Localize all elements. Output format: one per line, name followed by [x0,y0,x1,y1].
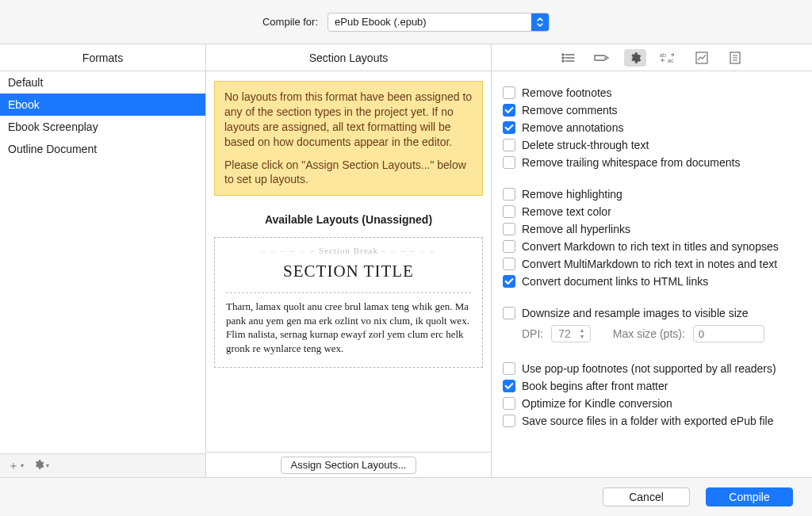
svg-text:ab: ab [660,52,666,58]
label-convert-doc-links: Convert document links to HTML links [522,275,708,288]
checkbox-convert-markdown[interactable] [503,240,515,253]
format-item-ebook-screenplay[interactable]: Ebook Screenplay [0,116,205,138]
checkbox-remove-comments[interactable] [503,104,515,117]
compile-button[interactable]: Compile [706,487,793,506]
label-downsize-images: Downsize and resample images to visible … [522,307,749,319]
chevron-updown-icon [531,13,549,31]
compile-for-label: Compile for: [262,16,318,28]
svg-point-4 [562,57,564,59]
svg-point-3 [562,54,564,55]
lorem-preview: Tharn, lamax quolt anu cree brul lamax t… [226,300,471,355]
checkbox-remove-text-color[interactable] [503,205,515,218]
formats-header: Formats [0,44,205,71]
layout-preview[interactable]: – – – – – – Section Break – – – – – – SE… [214,237,483,367]
checkbox-convert-multimarkdown[interactable] [503,258,515,270]
stepper-arrows-icon: ▴▾ [577,327,590,340]
checkbox-remove-highlighting[interactable] [503,188,515,201]
label-remove-text-color: Remove text color [522,205,611,218]
stats-icon[interactable] [691,49,713,67]
options-group-4: Use pop-up footnotes (not supported by a… [503,360,801,430]
checkbox-remove-footnotes[interactable] [503,86,515,99]
checkbox-save-source-files[interactable] [503,415,515,427]
section-title-preview: SECTION TITLE [226,260,471,288]
chevron-down-icon: ▾ [21,462,24,469]
options-group-1: Remove footnotes Remove comments Remove … [503,84,801,171]
options-panel: abac Remove footnotes Remove comments Re… [492,44,812,477]
warning-text-2: Please click on "Assign Section Layouts.… [224,158,473,188]
checkbox-convert-doc-links[interactable] [503,275,515,288]
label-remove-trailing-whitespace: Remove trailing whitespace from document… [522,156,740,169]
checkbox-remove-hyperlinks[interactable] [503,223,515,235]
compile-for-value: ePub Ebook (.epub) [328,16,531,28]
checkbox-book-begins-after-front-matter[interactable] [503,380,515,392]
dpi-value: 72 [552,327,577,340]
options-group-2: Remove highlighting Remove text color Re… [503,185,801,290]
available-layouts-heading: Available Layouts (Unassigned) [214,213,483,226]
svg-text:ac: ac [668,58,674,63]
dpi-label: DPI: [522,327,543,340]
format-item-ebook[interactable]: Ebook [0,94,205,116]
label-convert-multimarkdown: Convert MultiMarkdown to rich text in no… [522,258,777,270]
formats-footer: ＋▾ ▾ [0,453,205,477]
label-remove-annotations: Remove annotations [522,121,623,134]
section-layouts-panel: Section Layouts No layouts from this for… [206,44,492,477]
label-convert-markdown: Convert Markdown to rich text in titles … [522,240,779,253]
checkbox-delete-struckthrough[interactable] [503,139,515,151]
formats-list: Default Ebook Ebook Screenplay Outline D… [0,71,205,453]
options-group-3: Downsize and resample images to visible … [503,304,801,346]
section-break-label: – – – – – – Section Break – – – – – – [226,241,471,260]
label-save-source-files: Save source files in a folder with expor… [522,415,774,427]
maxsize-field[interactable] [693,325,764,342]
gear-icon[interactable] [624,49,646,67]
plus-icon: ＋ [8,459,19,473]
label-remove-hyperlinks: Remove all hyperlinks [522,223,630,235]
page-icon[interactable] [724,49,746,67]
label-remove-comments: Remove comments [522,104,618,117]
checkbox-optimize-kindle[interactable] [503,397,515,410]
label-remove-highlighting: Remove highlighting [522,188,622,201]
label-delete-struckthrough: Delete struck-through text [522,139,649,151]
cancel-button[interactable]: Cancel [603,487,690,506]
label-popup-footnotes: Use pop-up footnotes (not supported by a… [522,362,776,375]
dpi-stepper[interactable]: 72 ▴▾ [551,325,591,342]
replace-icon[interactable]: abac [657,49,680,67]
checkbox-downsize-images[interactable] [503,307,515,319]
checkbox-remove-trailing-whitespace[interactable] [503,156,515,169]
svg-point-6 [604,57,606,59]
format-item-default[interactable]: Default [0,71,205,94]
warning-text-1: No layouts from this format have been as… [224,90,473,150]
format-item-outline-document[interactable]: Outline Document [0,138,205,160]
chevron-down-icon: ▾ [46,462,49,469]
label-remove-footnotes: Remove footnotes [522,86,612,99]
list-icon[interactable] [557,49,580,67]
options-toolbar: abac [492,44,812,71]
label-book-begins-after-front-matter: Book begins after front matter [522,380,668,392]
add-format-button[interactable]: ＋▾ [8,459,24,473]
format-options-button[interactable]: ▾ [33,459,49,472]
compile-for-select[interactable]: ePub Ebook (.epub) [327,13,550,32]
assign-section-layouts-button[interactable]: Assign Section Layouts... [281,457,417,474]
formats-panel: Formats Default Ebook Ebook Screenplay O… [0,44,206,477]
tag-icon[interactable] [591,49,613,67]
section-layouts-header: Section Layouts [206,44,491,71]
layouts-warning: No layouts from this format have been as… [214,81,483,196]
svg-point-5 [562,60,564,62]
label-optimize-kindle: Optimize for Kindle conversion [522,397,672,410]
checkbox-remove-annotations[interactable] [503,121,515,134]
checkbox-popup-footnotes[interactable] [503,362,515,375]
gear-icon [33,459,44,472]
maxsize-label: Max size (pts): [613,327,685,340]
